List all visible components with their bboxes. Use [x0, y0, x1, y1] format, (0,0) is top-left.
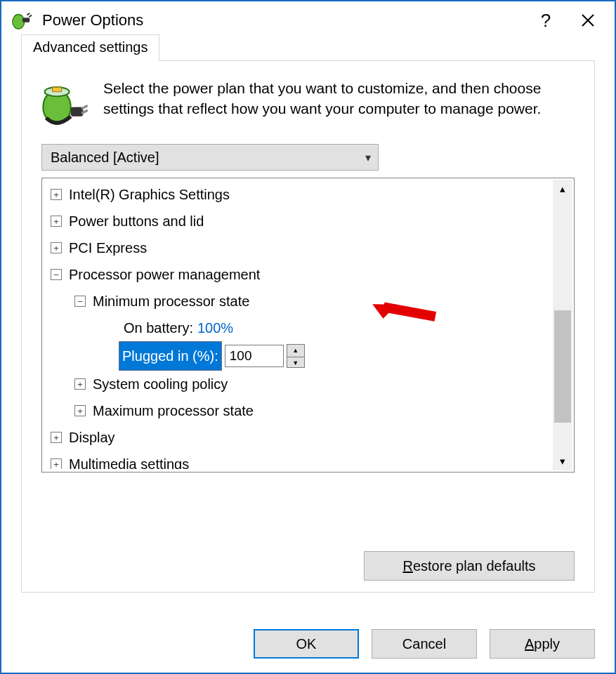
expand-icon[interactable]: + [51, 458, 62, 469]
ok-button[interactable]: OK [254, 629, 359, 659]
svg-rect-4 [53, 87, 62, 92]
plugged-in-label: Plugged in (%): [119, 341, 222, 371]
expand-icon[interactable]: + [51, 189, 62, 200]
battery-plug-icon [40, 78, 89, 127]
expand-icon[interactable]: + [74, 405, 86, 416]
settings-tree: + Intel(R) Graphics Settings + Power but… [41, 178, 575, 473]
help-button[interactable]: ? [525, 1, 567, 39]
scrollbar[interactable]: ▴ ▾ [553, 180, 572, 470]
scroll-up-icon[interactable]: ▴ [553, 180, 572, 198]
expand-icon[interactable]: + [51, 242, 62, 253]
svg-rect-1 [22, 18, 30, 22]
power-options-icon [11, 10, 32, 31]
on-battery-value[interactable]: 100% [197, 315, 233, 341]
tree-item-processor[interactable]: − Processor power management [45, 261, 551, 288]
close-button[interactable] [567, 1, 609, 39]
setting-plugged-in[interactable]: Plugged in (%): ▲ ▼ [45, 341, 551, 371]
power-plan-selected: Balanced [Active] [51, 150, 159, 166]
tree-item-max-processor-state[interactable]: + Maximum processor state [45, 397, 551, 424]
tree-item-min-processor-state[interactable]: − Minimum processor state [45, 288, 551, 315]
tree-item-cooling-policy[interactable]: + System cooling policy [45, 371, 551, 397]
spinner-control[interactable]: ▲ ▼ [287, 344, 305, 368]
svg-rect-5 [71, 107, 84, 117]
scroll-track[interactable] [553, 198, 572, 452]
setting-on-battery[interactable]: On battery: 100% [45, 315, 551, 341]
spinner-down-icon[interactable]: ▼ [287, 357, 304, 369]
expand-icon[interactable]: + [74, 378, 86, 390]
tree-item-pci-express[interactable]: + PCI Express [45, 234, 551, 261]
collapse-icon[interactable]: − [74, 296, 86, 307]
expand-icon[interactable]: + [51, 432, 62, 443]
expand-icon[interactable]: + [51, 216, 62, 227]
tree-item-power-buttons[interactable]: + Power buttons and lid [45, 208, 551, 234]
power-plan-dropdown[interactable]: Balanced [Active] ▾ [41, 144, 379, 171]
apply-button[interactable]: Apply [490, 629, 595, 659]
tab-panel: Advanced settings Select the power plan … [21, 60, 595, 593]
scroll-down-icon[interactable]: ▾ [553, 452, 572, 470]
collapse-icon[interactable]: − [51, 269, 62, 280]
cancel-button[interactable]: Cancel [372, 629, 477, 659]
tree-item-multimedia[interactable]: + Multimedia settings [45, 451, 551, 469]
chevron-down-icon: ▾ [365, 151, 371, 164]
scroll-thumb[interactable] [554, 310, 571, 423]
window-title: Power Options [42, 11, 525, 29]
plugged-in-input[interactable] [225, 345, 284, 367]
intro-text: Select the power plan that you want to c… [103, 78, 576, 127]
tree-item-display[interactable]: + Display [45, 424, 551, 451]
restore-defaults-button[interactable]: Restore plan defaults [364, 551, 575, 581]
spinner-up-icon[interactable]: ▲ [287, 345, 304, 357]
tree-item-graphics[interactable]: + Intel(R) Graphics Settings [45, 181, 551, 208]
tab-advanced-settings[interactable]: Advanced settings [21, 34, 159, 61]
